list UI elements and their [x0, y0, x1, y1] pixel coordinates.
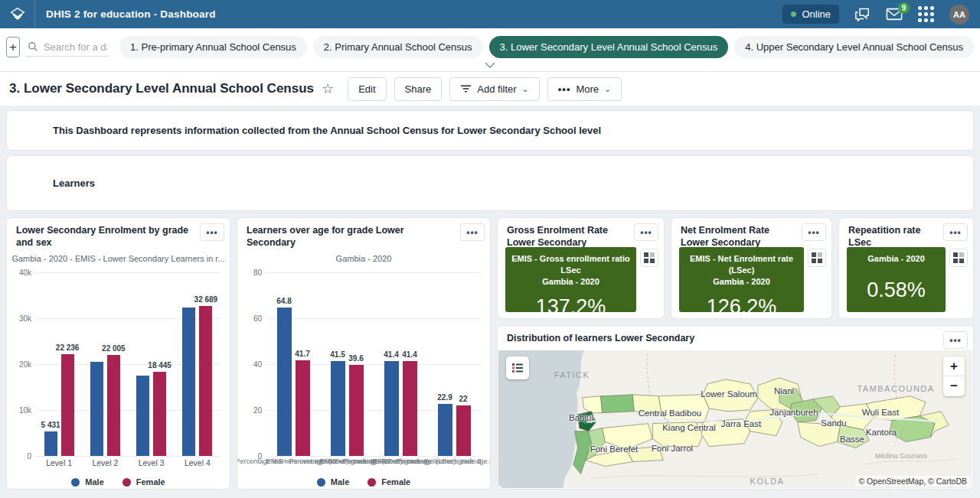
- legend-list-icon: [511, 362, 524, 374]
- online-status-badge[interactable]: Online: [782, 5, 839, 24]
- online-dot-icon: [791, 11, 796, 17]
- card-more-button[interactable]: •••: [634, 223, 658, 241]
- item-type-grid-icon[interactable]: [808, 249, 826, 267]
- grid-square: [818, 259, 822, 263]
- single-value-subtitle: Gambia - 2020: [847, 253, 946, 265]
- x-axis-label: Level 2: [82, 458, 128, 467]
- bar-male: 5 431: [44, 431, 57, 457]
- dashboard-chips: 1. Pre-primary Annual School Census2. Pr…: [119, 36, 974, 58]
- app-title: DHIS 2 for education - Dashboard: [35, 8, 216, 20]
- single-value-number: 126.2%: [679, 295, 804, 319]
- dashboard-chip-4[interactable]: 4. Upper Secondary Level Annual School C…: [734, 36, 974, 58]
- item-type-grid-icon[interactable]: [949, 249, 968, 267]
- x-axis-label: Level 1: [36, 458, 82, 467]
- data-label: 41.4: [402, 350, 416, 359]
- bar-female: 22 005: [107, 355, 120, 456]
- bar-female: 41.4: [403, 361, 417, 456]
- page-title: 3. Lower Secondary Level Annual School C…: [9, 81, 314, 96]
- y-axis-tick: 80: [240, 269, 262, 277]
- share-button[interactable]: Share: [394, 77, 443, 101]
- single-value-number: 137.2%: [505, 295, 636, 319]
- legend-item-male[interactable]: Male: [317, 477, 349, 487]
- new-dashboard-button[interactable]: +: [6, 37, 20, 57]
- single-value-panel: EMIS - Net Enrolment rate (LSec)Gambia -…: [679, 247, 804, 312]
- bar-fill: [182, 308, 195, 456]
- grid-square: [650, 259, 655, 263]
- bar-fill: [44, 431, 57, 457]
- chart-subtitle: Gambia - 2020 - EMIS - Lower Secondary L…: [7, 254, 230, 263]
- map-layers-button[interactable]: [506, 356, 529, 379]
- user-avatar[interactable]: AA: [949, 5, 969, 24]
- bar-male: 41.4: [384, 361, 399, 456]
- bar-group: 22 005: [82, 272, 128, 456]
- bar-male: [136, 376, 149, 456]
- bar-male: [182, 308, 195, 456]
- messages-button[interactable]: 9: [886, 8, 903, 21]
- dashboard-search[interactable]: [26, 38, 109, 57]
- dhis2-logo[interactable]: [0, 0, 35, 28]
- single-value-card-3: Repeatition rate LSec•••Gambia - 20200.5…: [838, 217, 974, 319]
- card-more-button[interactable]: •••: [802, 223, 826, 241]
- card-more-button[interactable]: •••: [200, 223, 224, 241]
- single-value-panel: EMIS - Gross enrollment ratio LSecGambia…: [505, 247, 636, 312]
- zoom-out-button[interactable]: −: [943, 376, 965, 396]
- dashboard-chip-1[interactable]: 1. Pre-primary Annual School Census: [119, 36, 307, 58]
- data-label: 22: [459, 395, 467, 403]
- dashboard-title-bar: 3. Lower Secondary Level Annual School C…: [0, 72, 980, 106]
- y-axis-tick: 60: [240, 314, 262, 323]
- single-value-subtitle: Gambia - 2020: [679, 276, 804, 288]
- star-icon[interactable]: ☆: [322, 80, 334, 97]
- data-label: 41.4: [384, 350, 398, 359]
- single-value-subtitle: EMIS - Gross enrollment ratio LSec: [505, 253, 636, 276]
- legend-item-female[interactable]: Female: [368, 477, 410, 487]
- x-axis-label: EMIS - Percentage learners over-age (LSe…: [373, 457, 491, 465]
- legend-dot: [317, 478, 325, 487]
- x-axis-label: Level 4: [175, 458, 220, 467]
- data-label: 39.6: [348, 354, 363, 363]
- gridline: [266, 456, 481, 457]
- legend-item-male[interactable]: Male: [71, 477, 103, 487]
- zoom-in-button[interactable]: +: [943, 356, 965, 376]
- dashboard-chip-2[interactable]: 2. Primary Annual School Census: [313, 36, 483, 58]
- chart-card-enrolment: Lower Secondary Enrolment by grade and s…: [6, 217, 230, 490]
- chart-x-labels: Level 1Level 2Level 3Level 4: [36, 458, 220, 467]
- bar-female: 39.6: [349, 365, 364, 456]
- gambia-choropleth-map: [498, 350, 972, 488]
- bar-fill: [456, 405, 471, 456]
- bar-fill: [153, 372, 166, 457]
- bar-group: 41.539.6: [320, 272, 374, 456]
- chart-plot-area: 80604020064.841.741.539.641.441.422.922: [266, 272, 481, 456]
- bar-male: [90, 362, 103, 456]
- single-value-card-2: Net Enrolment Rate Lower Secondary•••EMI…: [671, 217, 832, 319]
- add-filter-button[interactable]: Add filter ⌄: [449, 77, 540, 101]
- show-more-dashboards[interactable]: [6, 58, 974, 71]
- data-label: 5 431: [41, 421, 60, 429]
- edit-button[interactable]: Edit: [348, 77, 386, 101]
- y-axis-tick: 0: [10, 452, 31, 461]
- map-attribution: © OpenStreetMap, © CartoDB: [855, 476, 970, 487]
- search-input[interactable]: [44, 41, 107, 53]
- y-axis-tick: 10k: [10, 406, 31, 415]
- y-axis-tick: 20k: [10, 360, 31, 369]
- chevron-down-icon: [485, 62, 495, 68]
- online-label: Online: [802, 8, 831, 20]
- data-label: 18 445: [148, 361, 172, 369]
- interpretations-button[interactable]: [854, 7, 871, 21]
- card-more-button[interactable]: •••: [943, 331, 968, 349]
- card-more-button[interactable]: •••: [943, 223, 968, 241]
- data-label: 41.5: [330, 350, 345, 359]
- card-more-button[interactable]: •••: [460, 223, 485, 241]
- x-axis-label: Level 3: [129, 458, 175, 467]
- map-canvas[interactable]: FATICKTAMBACOUNDAKOLDALower SaloumNianiB…: [498, 350, 972, 488]
- search-icon: [28, 41, 38, 52]
- chart-x-labels: EMIS - Percentage learners over-age (LSe…: [266, 457, 481, 467]
- apps-menu-button[interactable]: [918, 6, 934, 22]
- legend-item-female[interactable]: Female: [122, 477, 165, 487]
- single-value-subtitle: Gambia - 2020: [505, 276, 636, 288]
- bar-fill: [90, 362, 103, 456]
- bar-groups: 5 43122 23622 00518 44532 689: [36, 272, 220, 456]
- data-label: 22.9: [437, 393, 452, 402]
- dashboard-chip-3[interactable]: 3. Lower Secondary Level Annual School C…: [489, 36, 729, 58]
- item-type-grid-icon[interactable]: [640, 249, 658, 267]
- more-button[interactable]: ••• More ⌄: [547, 77, 622, 101]
